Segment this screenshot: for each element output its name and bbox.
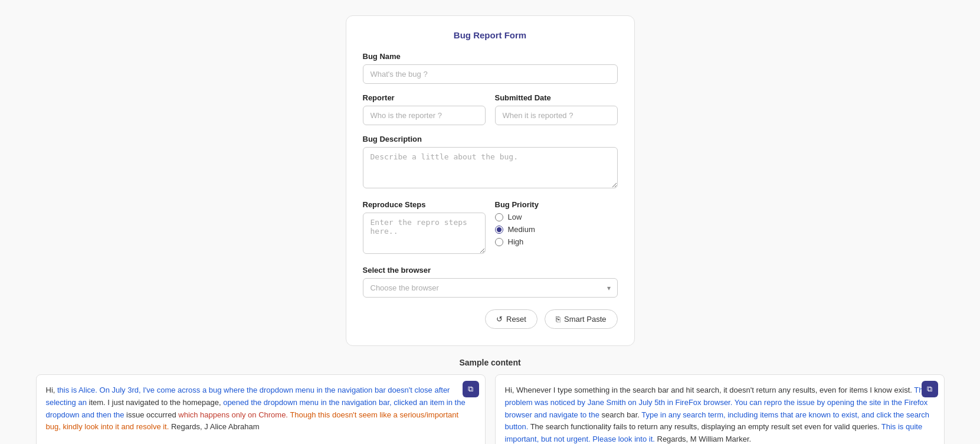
submitted-date-input[interactable]: [495, 106, 618, 125]
copy-card-2-button[interactable]: ⧉: [922, 381, 938, 397]
priority-medium-item[interactable]: Medium: [495, 225, 618, 234]
bug-report-form: Bug Report Form Bug Name Reporter Submit…: [346, 15, 635, 346]
submitted-date-group: Submitted Date: [495, 93, 618, 125]
reporter-date-row: Reporter Submitted Date: [363, 93, 618, 135]
repro-steps-label: Reproduce Steps: [363, 200, 486, 209]
repro-steps-input[interactable]: [363, 213, 486, 254]
repro-priority-row: Reproduce Steps Bug Priority Low Medium: [363, 200, 618, 256]
bug-description-group: Bug Description: [363, 135, 618, 191]
submitted-date-label: Submitted Date: [495, 93, 618, 102]
priority-medium-radio[interactable]: [495, 226, 503, 234]
priority-low-label: Low: [508, 213, 522, 221]
priority-medium-label: Medium: [508, 225, 535, 234]
priority-high-radio[interactable]: [495, 238, 503, 246]
browser-label: Select the browser: [363, 266, 618, 275]
browser-group: Select the browser Choose the browser Ch…: [363, 266, 618, 298]
paste-icon: ⎘: [556, 315, 561, 324]
bug-name-group: Bug Name: [363, 52, 618, 84]
priority-radio-group: Low Medium High: [495, 213, 618, 246]
bug-priority-label: Bug Priority: [495, 200, 618, 209]
priority-low-radio[interactable]: [495, 213, 503, 221]
form-actions: ↺ Reset ⎘ Smart Paste: [363, 309, 618, 329]
priority-high-label: High: [508, 237, 524, 246]
browser-select[interactable]: Choose the browser Chrome Firefox Safari…: [363, 278, 618, 298]
priority-low-item[interactable]: Low: [495, 213, 618, 221]
smart-paste-button[interactable]: ⎘ Smart Paste: [545, 309, 618, 329]
sample-card-1-text: Hi, this is Alice. On July 3rd, I've com…: [46, 384, 476, 433]
reset-button[interactable]: ↺ Reset: [485, 309, 537, 329]
bug-description-input[interactable]: [363, 147, 618, 188]
bug-description-label: Bug Description: [363, 135, 618, 143]
browser-select-wrapper: Choose the browser Chrome Firefox Safari…: [363, 278, 618, 298]
sample-card-2: ⧉ Hi, Whenever I type something in the s…: [495, 374, 945, 444]
highlight-important: This is quite important, but not urgent.…: [505, 422, 923, 443]
bug-priority-group: Bug Priority Low Medium High: [495, 200, 618, 256]
copy-icon-1: ⧉: [468, 384, 473, 394]
reporter-input[interactable]: [363, 106, 486, 125]
copy-icon-2: ⧉: [927, 384, 932, 394]
bug-name-label: Bug Name: [363, 52, 618, 61]
smart-paste-label: Smart Paste: [564, 315, 607, 324]
sample-content-title: Sample content: [9, 358, 971, 367]
bug-name-input[interactable]: [363, 64, 618, 84]
form-title: Bug Report Form: [363, 30, 618, 40]
sample-cards-container: ⧉ Hi, this is Alice. On July 3rd, I've c…: [36, 374, 945, 444]
reset-label: Reset: [506, 315, 526, 324]
reporter-label: Reporter: [363, 93, 486, 102]
priority-high-item[interactable]: High: [495, 237, 618, 246]
sample-card-2-text: Hi, Whenever I type something in the sea…: [505, 384, 935, 444]
copy-card-1-button[interactable]: ⧉: [463, 381, 479, 397]
highlight-chrome: which happens only on Chrome.: [178, 410, 288, 419]
reset-icon: ↺: [496, 315, 503, 324]
reporter-group: Reporter: [363, 93, 486, 125]
sample-card-1: ⧉ Hi, this is Alice. On July 3rd, I've c…: [36, 374, 486, 444]
repro-steps-group: Reproduce Steps: [363, 200, 486, 256]
